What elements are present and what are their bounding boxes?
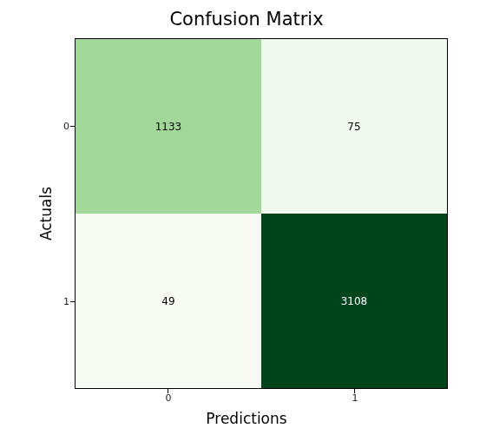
y-axis-label: Actuals bbox=[37, 187, 55, 240]
x-axis-label: Predictions bbox=[0, 410, 493, 427]
xtick-label-0: 0 bbox=[166, 392, 172, 404]
ytick-label-1: 1 bbox=[59, 296, 69, 307]
cell-1-1: 3108 bbox=[261, 214, 447, 388]
chart-title: Confusion Matrix bbox=[0, 9, 493, 30]
ytick-label-0: 0 bbox=[59, 121, 69, 132]
ytick-mark-0 bbox=[70, 126, 75, 127]
heatmap-grid: 1133 75 49 3108 bbox=[76, 39, 447, 388]
confusion-matrix-figure: Confusion Matrix 1133 75 49 3108 0 1 0 1… bbox=[0, 0, 493, 448]
xtick-label-1: 1 bbox=[352, 392, 358, 404]
cell-1-0: 49 bbox=[76, 214, 261, 388]
heatmap-axes: 1133 75 49 3108 bbox=[75, 38, 448, 389]
ytick-mark-1 bbox=[70, 301, 75, 302]
cell-0-0: 1133 bbox=[76, 39, 261, 214]
cell-0-1: 75 bbox=[261, 39, 447, 214]
